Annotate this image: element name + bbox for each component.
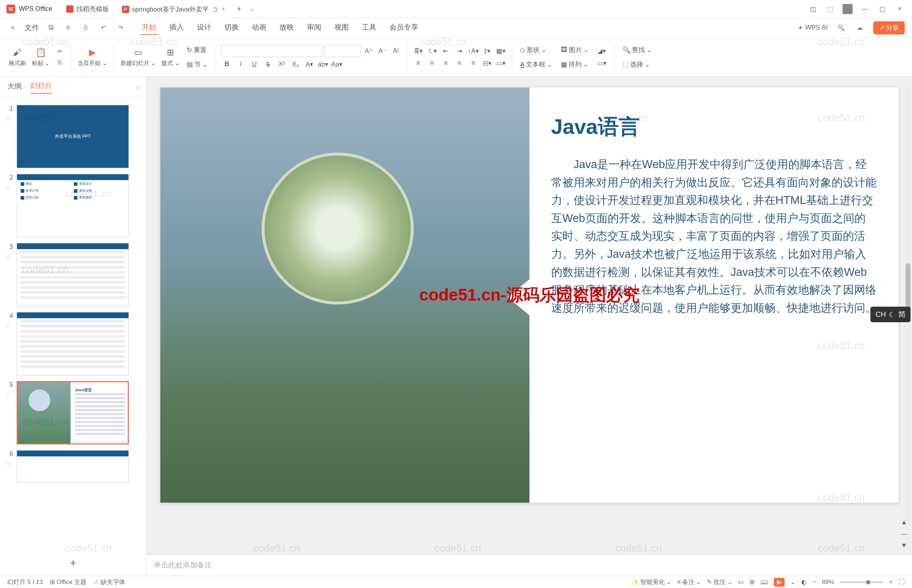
valign-icon[interactable]: ⊟▾: [481, 58, 493, 68]
select-button[interactable]: ⬚选择 ⌄: [620, 58, 655, 70]
menu-tab-insert[interactable]: 插入: [168, 20, 185, 35]
menu-tab-start[interactable]: 开始: [141, 20, 158, 35]
tab-document[interactable]: P springboot基于Java外卖平 ⊐ ×: [115, 0, 232, 18]
picture-button[interactable]: 🖼图片 ⌄: [558, 44, 592, 56]
canvas-scroll[interactable]: Java语言 Java是一种在Web应用开发中得到广泛使用的脚本语言，经常被用来…: [147, 77, 912, 555]
highlight-icon[interactable]: ab▾: [317, 59, 329, 69]
menu-tab-member[interactable]: 会员专享: [388, 20, 420, 35]
save-icon[interactable]: 🖫: [45, 23, 57, 33]
zoom-in-icon[interactable]: +: [889, 578, 893, 586]
shape-button[interactable]: ◇形状 ⌄: [517, 44, 555, 56]
thumbnail-1[interactable]: 外卖平台系统 PPT: [17, 105, 129, 168]
star-icon[interactable]: ☆: [6, 322, 12, 329]
cut-icon[interactable]: ✂: [54, 46, 65, 57]
menu-tab-animation[interactable]: 动画: [250, 20, 268, 35]
format-painter-button[interactable]: 🖌 格式刷: [7, 45, 28, 69]
line-spacing-icon[interactable]: ‡▾: [481, 46, 493, 56]
subscript-icon[interactable]: X₂: [290, 59, 301, 69]
find-button[interactable]: 🔍查找 ⌄: [620, 44, 655, 56]
paste-button[interactable]: 📋 粘贴 ⌄: [31, 45, 51, 69]
align-left-icon[interactable]: ≡: [413, 58, 424, 68]
cloud-icon[interactable]: ☁: [854, 23, 865, 33]
italic-icon[interactable]: I: [235, 59, 246, 69]
numbering-icon[interactable]: ⒈▾: [426, 46, 438, 56]
tab-close-icon[interactable]: ×: [222, 5, 225, 13]
bold-icon[interactable]: B: [221, 59, 233, 69]
collapse-panel-icon[interactable]: ‹: [136, 83, 139, 92]
tab-outline[interactable]: 大纲: [7, 81, 22, 93]
align-center-icon[interactable]: ≡: [426, 58, 438, 68]
missing-font-indicator[interactable]: ⚠ 缺失字体: [94, 578, 125, 586]
review-button[interactable]: ✎ 批注 ⌄: [707, 578, 732, 586]
columns-icon[interactable]: ▦▾: [495, 46, 507, 56]
menu-tab-review[interactable]: 审阅: [305, 20, 323, 35]
star-icon[interactable]: ☆: [6, 391, 12, 398]
notes-button[interactable]: ≡ 备注 ⌄: [677, 578, 701, 586]
outline-icon[interactable]: ▭▾: [595, 58, 609, 68]
redo-icon[interactable]: ↷: [115, 23, 126, 33]
arrange-button[interactable]: ▦排列 ⌄: [558, 58, 592, 70]
slide-canvas[interactable]: Java语言 Java是一种在Web应用开发中得到广泛使用的脚本语言，经常被用来…: [160, 87, 899, 502]
tab-slides[interactable]: 幻灯片: [31, 81, 52, 94]
menu-tab-transition[interactable]: 切换: [223, 20, 240, 35]
thumbnail-5[interactable]: Java语言: [17, 381, 129, 444]
fill-icon[interactable]: ◢▾: [595, 46, 609, 56]
align-distribute-icon[interactable]: ≡: [468, 58, 479, 68]
strikethrough-icon[interactable]: S̶: [262, 59, 274, 69]
textbox-button[interactable]: A̲文本框 ⌄: [517, 58, 555, 70]
tab-more-button[interactable]: ⌄: [246, 6, 258, 12]
clear-format-icon[interactable]: Aͯ: [390, 46, 402, 56]
fit-icon[interactable]: ⛶: [899, 578, 905, 586]
thumbnail-2[interactable]: 绪论 系统设计 技术介绍 系统实现 需求分析 系统测试: [17, 174, 129, 237]
align-justify-icon[interactable]: ≡: [454, 58, 465, 68]
search-icon[interactable]: 🔍: [836, 23, 847, 33]
window-cube-icon[interactable]: ⬚: [825, 4, 835, 14]
change-case-icon[interactable]: Aa▾: [331, 59, 343, 69]
view-normal-icon[interactable]: ▭: [738, 578, 744, 586]
menu-tab-design[interactable]: 设计: [196, 20, 213, 35]
notes-bar[interactable]: 单击此处添加备注: [147, 555, 912, 576]
view-sorter-icon[interactable]: ⊞: [750, 578, 755, 586]
zoom-out-icon[interactable]: −: [813, 578, 816, 586]
slide-counter[interactable]: 幻灯片 5 / 13: [7, 578, 43, 586]
align-right-icon[interactable]: ≡: [440, 58, 452, 68]
from-current-button[interactable]: ▶ 当页开始 ⌄: [76, 45, 108, 69]
star-icon[interactable]: ☆: [6, 460, 12, 467]
minimize-button[interactable]: —: [860, 4, 870, 14]
smartart-icon[interactable]: ▭▾: [495, 58, 507, 68]
menu-file[interactable]: 文件: [24, 23, 39, 32]
view-reading-icon[interactable]: 📖: [760, 578, 768, 586]
share-button[interactable]: ↗ 分享: [873, 21, 905, 34]
scroll-up-icon[interactable]: ▲: [898, 517, 910, 527]
font-color-icon[interactable]: A▾: [304, 59, 315, 69]
menu-tab-slideshow[interactable]: 放映: [278, 20, 295, 35]
indent-inc-icon[interactable]: ⇥: [454, 46, 465, 56]
undo-icon[interactable]: ↶: [98, 23, 109, 33]
scroll-down-icon[interactable]: ▼: [898, 540, 910, 551]
reset-button[interactable]: ↻重置: [184, 44, 211, 56]
scrollbar-thumb[interactable]: [906, 263, 910, 310]
tab-templates[interactable]: 找稻壳模板: [60, 0, 115, 18]
zoom-slider[interactable]: [840, 582, 883, 583]
slideshow-dropdown-icon[interactable]: ⌄: [791, 578, 795, 586]
layout-button[interactable]: ⊞ 版式 ⌄: [160, 45, 181, 69]
superscript-icon[interactable]: X²: [276, 59, 288, 69]
new-slide-button[interactable]: ▭ 新建幻灯片 ⌄: [119, 45, 157, 69]
decrease-font-icon[interactable]: A⁻: [377, 46, 388, 56]
increase-font-icon[interactable]: A⁺: [363, 46, 374, 56]
maximize-button[interactable]: ▢: [877, 4, 888, 14]
copy-icon[interactable]: ⎘: [54, 58, 65, 68]
add-slide-button[interactable]: +: [0, 551, 146, 576]
close-button[interactable]: ×: [895, 4, 905, 14]
text-direction-icon[interactable]: ↕A▾: [468, 46, 479, 56]
zoom-knob[interactable]: [866, 580, 870, 585]
avatar-icon[interactable]: [842, 4, 853, 14]
ime-indicator[interactable]: CH ☾ 简: [870, 307, 910, 322]
tab-pin-icon[interactable]: ⊐: [212, 5, 218, 13]
view-dark-icon[interactable]: ◐: [801, 578, 807, 586]
star-icon[interactable]: ☆: [6, 184, 12, 191]
window-pip-icon[interactable]: ◫: [808, 4, 818, 14]
export-icon[interactable]: ⎘: [63, 23, 74, 33]
thumbnail-4[interactable]: [17, 312, 129, 375]
font-family-select[interactable]: [221, 45, 322, 57]
